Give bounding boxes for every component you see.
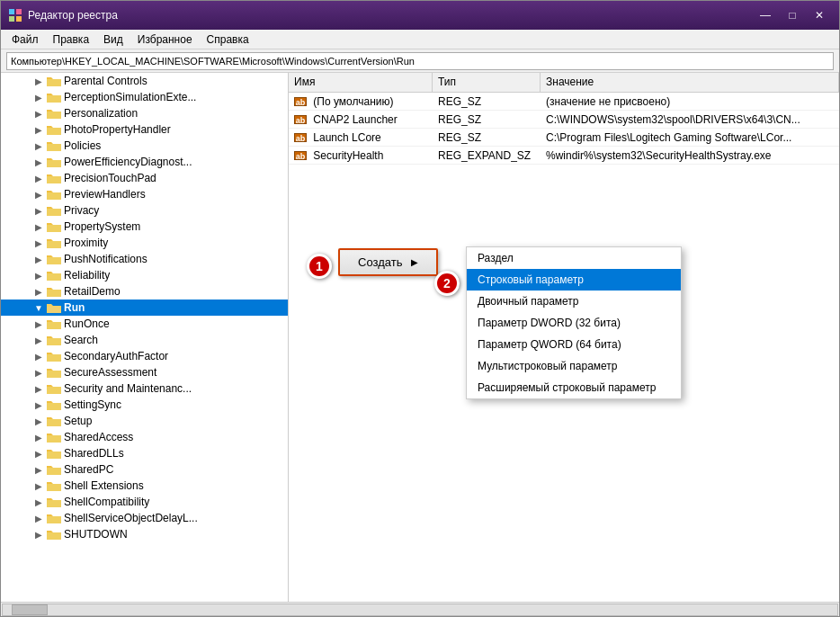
tree-item-search[interactable]: ▶ Search [1, 332, 288, 348]
tree-item-shared-access[interactable]: ▶ SharedAccess [1, 429, 288, 445]
folder-icon [47, 172, 61, 184]
tree-label: Security and Maintenanc... [64, 382, 192, 395]
tree-item-preview[interactable]: ▶ PreviewHandlers [1, 186, 288, 202]
tree-item-photo[interactable]: ▶ PhotoPropertyHandler [1, 121, 288, 138]
address-input[interactable] [6, 52, 834, 70]
reg-row-default[interactable]: ab (По умолчанию) REG_SZ (значение не пр… [289, 93, 839, 111]
create-button[interactable]: Создать ▶ [338, 248, 438, 276]
col-name[interactable]: Имя [289, 73, 433, 92]
reg-row-security[interactable]: ab SecurityHealth REG_EXPAND_SZ %windir%… [289, 147, 839, 165]
tree-label: PowerEfficiencyDiagnost... [64, 156, 192, 168]
tree-item-proximity[interactable]: ▶ Proximity [1, 235, 288, 251]
tree-panel[interactable]: ▶ Parental Controls ▶ Percept [1, 73, 289, 602]
menu-favorites[interactable]: Избранное [130, 31, 200, 48]
col-type[interactable]: Тип [433, 73, 541, 92]
tree-item-precision[interactable]: ▶ PrecisionTouchPad [1, 170, 288, 186]
reg-value-icon: ab [294, 133, 307, 142]
tree-label: PerceptionSimulationExte... [64, 91, 196, 103]
tree-label: SettingSync [64, 398, 121, 411]
tree-item-policies[interactable]: ▶ Policies [1, 138, 288, 154]
reg-value: C:\WINDOWS\system32\spool\DRIVERS\x64\3\… [541, 113, 839, 126]
expand-icon: ▶ [33, 416, 44, 426]
expand-icon: ▶ [33, 351, 44, 362]
folder-icon [47, 237, 61, 249]
tree-label: Reliability [64, 269, 110, 282]
reg-type: REG_SZ [433, 131, 541, 144]
tree-item-retail[interactable]: ▶ RetailDemo [1, 283, 288, 300]
tree-item-parental-controls[interactable]: ▶ Parental Controls [1, 73, 288, 89]
reg-type: REG_SZ [433, 113, 541, 126]
horizontal-scrollbar[interactable] [1, 602, 839, 616]
tree-label: ShellServiceObjectDelayL... [64, 512, 198, 524]
dropdown-item-dword[interactable]: Параметр DWORD (32 бита) [467, 312, 681, 334]
folder-icon [47, 463, 61, 476]
scroll-thumb[interactable] [12, 604, 48, 615]
folder-icon [47, 317, 61, 330]
tree-item-shell-service[interactable]: ▶ ShellServiceObjectDelayL... [1, 510, 288, 526]
menu-file[interactable]: Файл [4, 31, 46, 48]
dropdown-item-binary[interactable]: Двоичный параметр [467, 291, 681, 312]
tree-label: PreviewHandlers [64, 188, 146, 201]
col-value[interactable]: Значение [541, 73, 839, 92]
title-bar: Редактор реестра — □ ✕ [1, 1, 839, 30]
tree-item-reliability[interactable]: ▶ Reliability [1, 267, 288, 283]
dropdown-item-section[interactable]: Раздел [467, 247, 681, 269]
tree-item-shared-pc[interactable]: ▶ SharedPC [1, 461, 288, 478]
tree-item-privacy[interactable]: ▶ Privacy [1, 202, 288, 219]
tree-label: SharedAccess [64, 431, 133, 443]
column-headers: Имя Тип Значение [289, 73, 839, 93]
tree-item-personalization[interactable]: ▶ Personalization [1, 105, 288, 121]
expand-icon: ▶ [33, 205, 44, 216]
reg-row-launch[interactable]: ab Launch LCore REG_SZ C:\Program Files\… [289, 129, 839, 147]
expand-icon: ▶ [33, 480, 44, 491]
minimize-button[interactable]: — [753, 5, 778, 25]
reg-type: REG_EXPAND_SZ [433, 149, 541, 162]
folder-icon [47, 156, 61, 168]
folder-icon [47, 253, 61, 265]
svg-rect-1 [16, 9, 22, 14]
folder-icon [47, 366, 61, 379]
expand-icon: ▶ [33, 383, 44, 394]
tree-label: RunOnce [64, 317, 110, 330]
reg-value: %windir%\system32\SecurityHealthSystray.… [541, 149, 839, 162]
dropdown-item-expandable[interactable]: Расширяемый строковый параметр [467, 377, 681, 398]
menu-help[interactable]: Справка [200, 31, 256, 48]
tree-item-power[interactable]: ▶ PowerEfficiencyDiagnost... [1, 154, 288, 170]
folder-icon [47, 398, 61, 411]
expand-icon: ▶ [33, 221, 44, 232]
tree-item-push[interactable]: ▶ PushNotifications [1, 251, 288, 267]
expand-icon: ▶ [33, 189, 44, 200]
close-button[interactable]: ✕ [807, 5, 832, 25]
tree-item-secondary[interactable]: ▶ SecondaryAuthFactor [1, 348, 288, 364]
annotation-2: 2 [434, 271, 460, 296]
tree-item-security-maint[interactable]: ▶ Security and Maintenanc... [1, 380, 288, 397]
dropdown-item-multistring[interactable]: Мультистроковый параметр [467, 355, 681, 377]
tree-item-shutdown[interactable]: ▶ SHUTDOWN [1, 526, 288, 542]
menu-view[interactable]: Вид [96, 31, 130, 48]
folder-icon [47, 91, 61, 103]
tree-item-run[interactable]: ▼ Run [1, 300, 288, 316]
tree-item-property[interactable]: ▶ PropertySystem [1, 219, 288, 235]
tree-item-runonce[interactable]: ▶ RunOnce [1, 316, 288, 332]
folder-icon [47, 139, 61, 152]
expand-icon: ▶ [33, 513, 44, 523]
folder-icon [47, 447, 61, 460]
reg-row-cnap[interactable]: ab CNAP2 Launcher REG_SZ C:\WINDOWS\syst… [289, 111, 839, 129]
tree-item-shell-ext[interactable]: ▶ Shell Extensions [1, 478, 288, 494]
maximize-button[interactable]: □ [780, 5, 805, 25]
menu-edit[interactable]: Правка [46, 31, 97, 48]
expand-icon: ▶ [33, 464, 44, 475]
tree-label: Parental Controls [64, 75, 147, 87]
tree-item-perception[interactable]: ▶ PerceptionSimulationExte... [1, 89, 288, 105]
expand-icon: ▶ [33, 140, 44, 151]
scroll-track[interactable] [2, 604, 838, 616]
tree-item-shell-compat[interactable]: ▶ ShellCompatibility [1, 494, 288, 510]
dropdown-item-string[interactable]: Строковый параметр [467, 269, 681, 291]
create-dropdown: 2 Раздел Строковый параметр Двоичный пар… [466, 246, 682, 399]
tree-item-secure[interactable]: ▶ SecureAssessment [1, 364, 288, 380]
tree-item-shared-dlls[interactable]: ▶ SharedDLLs [1, 445, 288, 461]
tree-label: ShellCompatibility [64, 496, 149, 508]
dropdown-item-qword[interactable]: Параметр QWORD (64 бита) [467, 334, 681, 355]
tree-item-setup[interactable]: ▶ Setup [1, 413, 288, 429]
tree-item-setting[interactable]: ▶ SettingSync [1, 397, 288, 413]
